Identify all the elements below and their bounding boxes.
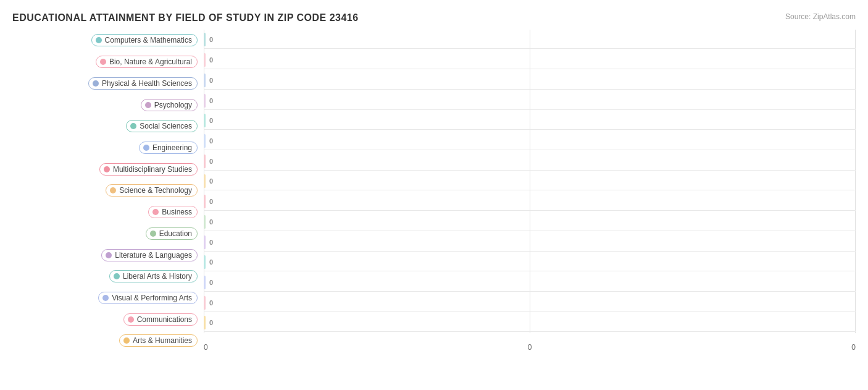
- label-text: Physical & Health Sciences: [102, 79, 192, 88]
- y-label-row: Arts & Humanities: [12, 331, 201, 350]
- bar-chart-area: 000000000000000 0 0 0: [204, 30, 856, 352]
- bar-row: 0: [204, 111, 856, 130]
- label-text: Engineering: [152, 143, 192, 152]
- label-pill: Engineering: [139, 142, 198, 154]
- bar-value: 0: [209, 36, 213, 43]
- bar-value: 0: [209, 97, 213, 104]
- label-dot: [104, 166, 110, 172]
- label-dot: [100, 59, 106, 65]
- label-pill: Communications: [123, 313, 198, 326]
- bar-row: 0: [204, 273, 856, 292]
- y-label-row: Physical & Health Sciences: [12, 74, 201, 93]
- bar-value: 0: [209, 299, 213, 307]
- label-pill: Science & Technology: [106, 184, 198, 197]
- bar-row: 0: [204, 172, 856, 190]
- y-label-row: Visual & Performing Arts: [12, 289, 201, 307]
- label-pill: Visual & Performing Arts: [98, 292, 198, 304]
- bar-fill: [204, 94, 206, 108]
- y-label-row: Liberal Arts & History: [12, 267, 201, 286]
- label-dot: [128, 316, 134, 323]
- y-label-row: Education: [12, 224, 201, 243]
- y-label-row: Science & Technology: [12, 181, 201, 200]
- bar-value: 0: [209, 319, 213, 326]
- x-tick-1: 0: [528, 343, 532, 352]
- chart-container: EDUCATIONAL ATTAINMENT BY FIELD OF STUDY…: [0, 0, 868, 390]
- bar-row: 0: [204, 253, 856, 271]
- label-dot: [102, 295, 109, 301]
- y-label-row: Computers & Mathematics: [12, 31, 201, 49]
- label-pill: Physical & Health Sciences: [88, 77, 198, 90]
- label-pill: Education: [146, 227, 198, 240]
- bar-row: 0: [204, 313, 856, 332]
- label-text: Arts & Humanities: [133, 336, 192, 345]
- label-pill: Liberal Arts & History: [109, 270, 198, 282]
- y-label-row: Literature & Languages: [12, 246, 201, 265]
- label-text: Literature & Languages: [115, 251, 192, 260]
- chart-title: EDUCATIONAL ATTAINMENT BY FIELD OF STUDY…: [12, 12, 856, 23]
- bar-value: 0: [209, 177, 213, 185]
- bar-fill: [204, 74, 206, 87]
- bar-fill: [204, 296, 206, 310]
- bar-row: 0: [204, 152, 856, 171]
- bar-fill: [204, 316, 206, 329]
- bar-value: 0: [209, 77, 213, 84]
- label-text: Business: [162, 208, 192, 216]
- label-text: Visual & Performing Arts: [112, 294, 192, 302]
- label-text: Education: [159, 229, 192, 238]
- bar-fill: [204, 155, 206, 168]
- label-pill: Psychology: [141, 99, 198, 111]
- bar-value: 0: [209, 117, 213, 124]
- bar-value: 0: [209, 279, 213, 286]
- bar-fill: [204, 134, 206, 148]
- label-dot: [110, 187, 116, 193]
- bar-row: 0: [204, 51, 856, 69]
- label-text: Science & Technology: [119, 186, 192, 195]
- label-pill: Bio, Nature & Agricultural: [96, 56, 198, 68]
- bar-fill: [204, 174, 206, 188]
- label-pill: Literature & Languages: [101, 249, 198, 261]
- bar-row: 0: [204, 213, 856, 231]
- bar-value: 0: [209, 56, 213, 64]
- bar-value: 0: [209, 258, 213, 266]
- bar-value: 0: [209, 137, 213, 145]
- bar-fill: [204, 235, 206, 249]
- bar-fill: [204, 215, 206, 229]
- label-text: Psychology: [154, 101, 192, 109]
- label-dot: [150, 231, 156, 237]
- source-label: Source: ZipAtlas.com: [785, 12, 856, 21]
- y-axis: Computers & MathematicsBio, Nature & Agr…: [12, 30, 204, 352]
- x-tick-2: 0: [851, 343, 856, 352]
- label-dot: [96, 37, 102, 43]
- bar-row: 0: [204, 71, 856, 90]
- bar-value: 0: [209, 198, 213, 205]
- bar-value: 0: [209, 158, 213, 165]
- chart-area: Computers & MathematicsBio, Nature & Agr…: [12, 30, 856, 352]
- label-text: Computers & Mathematics: [105, 36, 192, 45]
- y-label-row: Bio, Nature & Agricultural: [12, 53, 201, 71]
- label-text: Liberal Arts & History: [123, 272, 192, 281]
- x-axis: 0 0 0: [204, 340, 856, 352]
- y-label-row: Multidisciplinary Studies: [12, 160, 201, 179]
- bar-fill: [204, 255, 206, 269]
- label-dot: [130, 123, 136, 129]
- y-label-row: Engineering: [12, 138, 201, 157]
- bar-fill: [204, 33, 206, 46]
- x-tick-0: 0: [204, 343, 208, 352]
- label-text: Communications: [137, 315, 192, 324]
- y-label-row: Business: [12, 203, 201, 221]
- bar-value: 0: [209, 218, 213, 226]
- y-label-row: Communications: [12, 310, 201, 329]
- label-dot: [106, 252, 112, 258]
- bar-value: 0: [209, 239, 213, 246]
- bar-fill: [204, 276, 206, 289]
- y-label-row: Psychology: [12, 96, 201, 114]
- label-dot: [93, 80, 99, 87]
- bar-fill: [204, 114, 206, 127]
- label-dot: [114, 273, 120, 279]
- label-text: Bio, Nature & Agricultural: [109, 57, 192, 66]
- label-pill: Business: [148, 206, 198, 218]
- bar-row: 0: [204, 294, 856, 312]
- bar-fill: [204, 195, 206, 208]
- bars-container: 000000000000000: [204, 30, 856, 333]
- label-pill: Computers & Mathematics: [91, 34, 198, 46]
